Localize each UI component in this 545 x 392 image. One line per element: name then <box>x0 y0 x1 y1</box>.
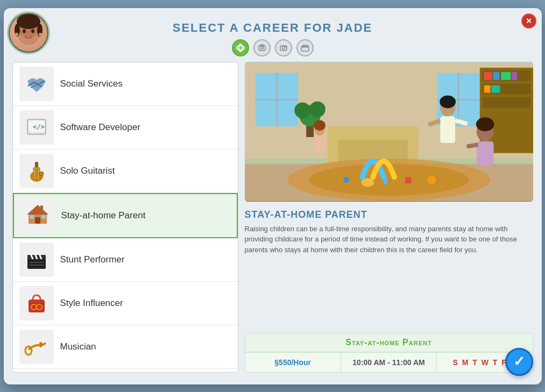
svg-rect-100 <box>343 177 349 182</box>
svg-point-91 <box>440 95 456 108</box>
svg-point-8 <box>39 33 42 36</box>
svg-rect-77 <box>327 126 418 140</box>
svg-rect-66 <box>501 72 511 80</box>
confirm-checkmark: ✓ <box>513 353 525 370</box>
svg-rect-71 <box>482 97 530 108</box>
filter-pack2[interactable] <box>275 39 292 56</box>
software-developer-icon: </> <box>19 110 54 145</box>
svg-rect-65 <box>493 72 499 80</box>
career-item-software-developer[interactable]: </> Software Developer <box>13 106 238 149</box>
career-description: Raising children can be a full-time resp… <box>245 224 533 255</box>
confirm-button[interactable]: ✓ <box>505 348 533 376</box>
stat-salary: §550/Hour <box>245 353 341 372</box>
avatar <box>7 11 50 54</box>
svg-rect-70 <box>491 85 500 92</box>
svg-point-6 <box>31 29 34 33</box>
career-name-social-services: Social Services <box>60 79 123 89</box>
svg-point-99 <box>427 175 436 184</box>
dialog-title: Select a Career for Jade <box>12 21 533 35</box>
svg-rect-86 <box>313 137 317 147</box>
svg-point-9 <box>237 46 244 50</box>
svg-rect-69 <box>484 85 490 92</box>
style-influencer-icon <box>19 286 54 320</box>
career-item-stay-at-home-parent[interactable]: Stay-at-home Parent <box>13 193 238 238</box>
svg-rect-95 <box>476 141 493 165</box>
svg-point-2 <box>17 14 40 29</box>
svg-rect-64 <box>484 72 492 80</box>
svg-rect-35 <box>41 215 46 219</box>
svg-point-74 <box>294 102 310 118</box>
stunt-performer-icon <box>19 243 54 277</box>
svg-rect-98 <box>405 177 411 183</box>
svg-point-53 <box>40 343 43 345</box>
svg-point-96 <box>476 117 494 131</box>
career-item-solo-guitarist[interactable]: Solo Guitarist <box>13 149 238 193</box>
svg-text:</>: </> <box>33 123 45 131</box>
content-area: Social Services </> Software Developer <box>12 62 533 373</box>
career-name-musician: Musician <box>60 341 96 352</box>
career-name-solo-guitarist: Solo Guitarist <box>60 166 115 176</box>
svg-point-7 <box>15 33 18 36</box>
filter-icons <box>12 39 533 56</box>
stat-time: 10:00 AM - 11:00 AM <box>341 353 437 372</box>
musician-icon <box>19 330 54 364</box>
career-item-style-influencer[interactable]: Style Influencer <box>13 282 238 325</box>
svg-rect-78 <box>327 126 338 163</box>
career-select-dialog: ✕ Select a Career for Jade <box>4 8 542 384</box>
detail-panel: Stay-at-home Parent Raising children can… <box>245 62 533 373</box>
svg-point-75 <box>309 101 325 117</box>
career-name-stay-at-home-parent: Stay-at-home Parent <box>61 210 146 221</box>
stay-at-home-parent-icon <box>20 198 55 233</box>
career-name-software-developer: Software Developer <box>60 122 140 133</box>
career-detail-title: Stay-at-home Parent <box>245 209 533 220</box>
career-stats: Stay-at-home Parent §550/Hour 10:00 AM -… <box>245 333 533 373</box>
svg-point-30 <box>39 172 44 176</box>
svg-rect-101 <box>384 177 387 184</box>
close-button[interactable]: ✕ <box>521 13 536 28</box>
title-area: Select a Career for Jade <box>12 17 533 56</box>
svg-rect-87 <box>322 137 326 147</box>
svg-marker-32 <box>27 205 48 215</box>
svg-point-16 <box>285 45 286 47</box>
career-item-musician[interactable]: Musician <box>13 325 238 369</box>
stats-row: §550/Hour 10:00 AM - 11:00 AM S M T W T … <box>245 352 533 372</box>
svg-point-12 <box>260 46 263 49</box>
filter-all[interactable] <box>232 39 249 56</box>
svg-point-83 <box>361 178 374 187</box>
svg-point-51 <box>25 346 32 355</box>
career-name-stunt-performer: Stunt Performer <box>60 254 125 265</box>
stats-title: Stay-at-home Parent <box>245 333 533 352</box>
career-item-stunt-performer[interactable]: Stunt Performer <box>13 238 238 282</box>
svg-rect-90 <box>440 116 455 143</box>
career-image <box>245 62 533 202</box>
svg-rect-67 <box>512 72 517 80</box>
filter-pack3[interactable] <box>296 39 314 56</box>
social-services-icon <box>19 67 54 101</box>
career-title-section: Stay-at-home Parent Raising children can… <box>245 207 533 258</box>
filter-pack1[interactable] <box>253 39 271 56</box>
career-list: Social Services </> Software Developer <box>12 62 238 373</box>
svg-rect-33 <box>35 217 40 224</box>
career-name-style-influencer: Style Influencer <box>60 298 123 309</box>
svg-point-88 <box>314 120 325 131</box>
svg-point-15 <box>282 46 285 49</box>
solo-guitarist-icon <box>19 154 54 188</box>
svg-rect-29 <box>35 162 38 167</box>
career-item-social-services[interactable]: Social Services <box>13 62 238 106</box>
svg-point-5 <box>23 29 26 33</box>
svg-rect-34 <box>30 215 34 219</box>
svg-rect-79 <box>407 126 418 163</box>
svg-rect-36 <box>40 205 43 211</box>
